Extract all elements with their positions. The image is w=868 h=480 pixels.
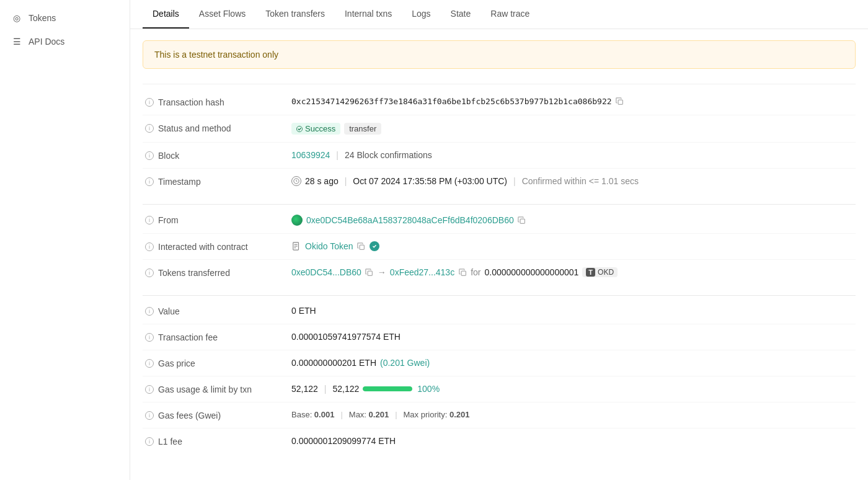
row-gas-fees: i Gas fees (Gwei) Base: 0.001 | Max: 0.2… (143, 402, 856, 429)
gas-usage-label: i Gas usage & limit by txn (145, 384, 281, 394)
tab-token-transfers[interactable]: Token transfers (255, 0, 335, 29)
status-value: Success transfer (291, 123, 853, 135)
details-content: This is a testnet transaction only i Tra… (130, 40, 868, 478)
l1-fee-label: i L1 fee (145, 436, 281, 447)
info-icon: i (145, 437, 154, 446)
block-label: i Block (145, 150, 281, 161)
info-icon: i (145, 411, 154, 420)
row-tx-hash: i Transaction hash 0xc21534714296263ff73… (143, 89, 856, 115)
to-token-addr-link[interactable]: 0xFeed27...413c (390, 267, 454, 277)
copy-to-token-button[interactable] (458, 268, 467, 277)
value-value: 0 ETH (291, 306, 853, 316)
copy-contract-button[interactable] (357, 242, 366, 251)
gas-max-priority: Max priority: 0.201 (404, 410, 470, 419)
svg-rect-9 (368, 271, 372, 275)
gas-progress: 100% (363, 384, 440, 394)
copy-tx-hash-button[interactable] (616, 97, 624, 106)
info-icon: i (145, 151, 154, 160)
tab-bar: Details Asset Flows Token transfers Inte… (130, 0, 868, 29)
status-label: i Status and method (145, 123, 281, 133)
gas-fees-label: i Gas fees (Gwei) (145, 410, 281, 420)
gas-usage-value: 52,122 | 52,122 100% (291, 384, 853, 394)
svg-rect-8 (360, 245, 364, 249)
sidebar: ◎ Tokens ☰ API Docs (0, 0, 130, 480)
row-block: i Block 10639924 | 24 Block confirmation… (143, 143, 856, 169)
tab-state[interactable]: State (441, 0, 481, 29)
from-address-link[interactable]: 0xe0DC54Be68aA1583728048aCeFf6dB4f0206DB… (306, 215, 514, 225)
timestamp-value: 28 s ago | Oct 07 2024 17:35:58 PM (+03:… (291, 176, 853, 186)
gas-price-value: 0.000000000201 ETH (0.201 Gwei) (291, 358, 853, 368)
interacted-label: i Interacted with contract (145, 241, 281, 252)
method-badge: transfer (344, 123, 381, 135)
info-icon: i (145, 359, 154, 368)
gas-price-label: i Gas price (145, 358, 281, 368)
tokens-transferred-value: 0xe0DC54...DB60 → 0xFeed27...413c (291, 267, 853, 277)
gas-base: Base: 0.001 (291, 410, 334, 419)
tab-internal-txns[interactable]: Internal txns (335, 0, 402, 29)
info-icon: i (145, 124, 154, 133)
token-symbol-badge: T OKD (582, 267, 618, 277)
tx-hash-value: 0xc21534714296263ff73e1846a31f0a6be1bfcb… (291, 97, 853, 106)
success-check-icon (296, 126, 303, 132)
info-icon: i (145, 242, 154, 251)
svg-rect-3 (520, 219, 525, 223)
status-badge: Success (291, 123, 340, 135)
token-t-icon: T (586, 268, 595, 277)
row-timestamp: i Timestamp 28 s ago | Oct 07 2024 17:35… (143, 169, 856, 194)
block-number-link[interactable]: 10639924 (291, 150, 330, 160)
gas-price-gwei: (0.201 Gwei) (380, 358, 430, 368)
api-docs-icon: ☰ (11, 36, 22, 47)
info-icon: i (145, 333, 154, 342)
arrow-icon: → (378, 267, 386, 277)
tab-asset-flows[interactable]: Asset Flows (189, 0, 255, 29)
info-icon: i (145, 269, 154, 277)
contract-name-link[interactable]: Okido Token (305, 241, 353, 251)
gas-fees-parts: Base: 0.001 | Max: 0.201 | Max priority:… (291, 410, 469, 419)
sidebar-item-label: Tokens (29, 13, 56, 23)
row-status: i Status and method Success transfer (143, 115, 856, 143)
tx-fee-label: i Transaction fee (145, 332, 281, 342)
contract-icon (291, 241, 301, 251)
row-gas-usage: i Gas usage & limit by txn 52,122 | 52,1… (143, 376, 856, 402)
tab-logs[interactable]: Logs (402, 0, 440, 29)
gas-progress-bar-fill (363, 386, 412, 391)
info-icon: i (145, 177, 154, 186)
sidebar-item-label: API Docs (29, 37, 64, 47)
block-value: 10639924 | 24 Block confirmations (291, 150, 853, 160)
tab-details[interactable]: Details (143, 0, 189, 29)
main-content: Details Asset Flows Token transfers Inte… (130, 0, 868, 480)
gas-max: Max: 0.201 (349, 410, 389, 419)
section-addresses: i From 0xe0DC54Be68aA1583728048aCeFf6dB4… (143, 204, 856, 290)
for-label: for (471, 267, 480, 277)
row-interacted: i Interacted with contract Okido Token (143, 234, 856, 260)
tab-raw-trace[interactable]: Raw trace (480, 0, 539, 29)
sidebar-item-tokens[interactable]: ◎ Tokens (0, 6, 130, 30)
sidebar-item-api-docs[interactable]: ☰ API Docs (0, 30, 130, 53)
row-l1-fee: i L1 fee 0.0000001209099774 ETH (143, 429, 856, 454)
tx-fee-value: 0.00001059741977574 ETH (291, 332, 853, 342)
svg-point-1 (296, 126, 302, 131)
info-icon: i (145, 98, 154, 107)
value-label: i Value (145, 306, 281, 316)
token-amount: 0.000000000000000001 (484, 267, 578, 277)
section-fees: i Value 0 ETH i Transaction fee 0.000010… (143, 295, 856, 459)
info-icon: i (145, 307, 154, 316)
gas-fees-value: Base: 0.001 | Max: 0.201 | Max priority:… (291, 410, 853, 419)
info-icon: i (145, 216, 154, 224)
testnet-alert: This is a testnet transaction only (143, 40, 856, 69)
from-value: 0xe0DC54Be68aA1583728048aCeFf6dB4f0206DB… (291, 215, 853, 226)
copy-from-token-button[interactable] (365, 268, 374, 277)
row-value: i Value 0 ETH (143, 298, 856, 324)
svg-rect-10 (461, 271, 466, 275)
row-from: i From 0xe0DC54Be68aA1583728048aCeFf6dB4… (143, 207, 856, 234)
tokens-icon: ◎ (11, 12, 22, 24)
copy-from-address-button[interactable] (518, 216, 526, 224)
timestamp-label: i Timestamp (145, 176, 281, 187)
gas-progress-bar-bg (363, 386, 412, 391)
section-basic: i Transaction hash 0xc21534714296263ff73… (143, 84, 856, 199)
clock-icon (291, 176, 301, 186)
info-icon: i (145, 385, 154, 394)
from-token-addr-link[interactable]: 0xe0DC54...DB60 (291, 267, 361, 277)
interacted-value: Okido Token (291, 241, 853, 251)
row-tokens-transferred: i Tokens transferred 0xe0DC54...DB60 → 0… (143, 260, 856, 285)
